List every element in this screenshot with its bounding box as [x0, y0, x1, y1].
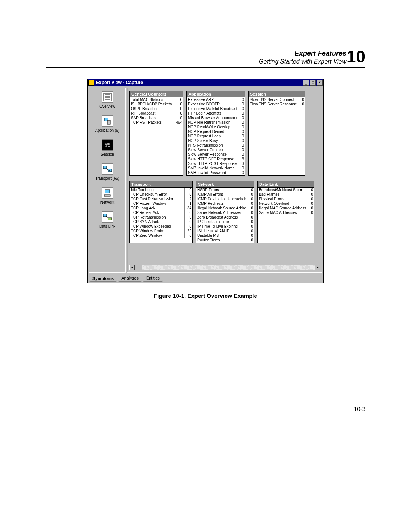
counter-label: Excessive ARP [187, 97, 237, 102]
counter-row[interactable]: TCP Retransmission0 [130, 215, 192, 220]
counter-value: 2 [185, 197, 192, 201]
counter-row[interactable]: TCP Fast Retransmission2 [130, 197, 192, 201]
sidebar-item-transport[interactable]: Transport (66) [92, 163, 123, 181]
counter-row[interactable]: NCP Server Busy0 [187, 139, 245, 143]
counter-value: 0 [237, 139, 245, 143]
counter-row[interactable]: Slow HTTP POST Response3 [187, 161, 245, 166]
sidebar-item-label: Overview [92, 104, 123, 109]
counter-row[interactable]: ICMP Destination Unreachable0 [196, 197, 254, 201]
counter-row[interactable]: Slow HTTP GET Response6 [187, 157, 245, 161]
counter-row[interactable]: Physical Errors0 [258, 197, 314, 201]
counter-row[interactable]: ICMP All Errors0 [196, 192, 254, 197]
counter-row[interactable]: Slow TNS Server Response0 [249, 102, 305, 107]
session-icon: Session [102, 139, 113, 151]
counter-label: HSRP Errors [196, 188, 246, 192]
counter-label: Slow TNS Server Connect [249, 97, 297, 102]
counter-row[interactable]: ISL BPDU/CDP Packets0 [130, 102, 183, 107]
svg-rect-6 [107, 120, 110, 124]
sidebar-item-label: Transport (66) [92, 176, 123, 181]
counter-value: 0 [237, 120, 245, 125]
counter-row[interactable]: SAP Broadcast0 [130, 116, 183, 120]
page-number: 10-3 [46, 406, 365, 412]
close-button[interactable]: × [317, 80, 323, 86]
maximize-button[interactable]: □ [310, 80, 316, 86]
counter-row[interactable]: Missed Browser Announcement0 [187, 116, 245, 120]
counter-label: TCP RST Packets [130, 120, 175, 125]
counter-row[interactable]: Bad Frames0 [258, 192, 314, 197]
counter-row[interactable]: NCP Read/Write Overlap0 [187, 125, 245, 129]
counter-row[interactable]: Zero Broadcast Address0 [196, 215, 254, 220]
counter-row[interactable]: Slow Server Response0 [187, 152, 245, 157]
counter-row[interactable]: Idle Too Long0 [130, 188, 192, 192]
counter-value: 0 [237, 171, 245, 175]
counter-row[interactable]: RIP Broadcast0 [130, 111, 183, 116]
tab-entities[interactable]: Entities [143, 275, 163, 282]
sidebar-item-network[interactable]: Network [92, 187, 123, 204]
counter-row[interactable]: Same MAC Addresses0 [258, 211, 314, 215]
counter-row[interactable]: TCP Long Ack34 [130, 206, 192, 211]
counter-row[interactable]: Excessive BOOTP0 [187, 102, 245, 107]
scroll-track[interactable] [135, 265, 315, 270]
sidebar-item-session[interactable]: Session Session [92, 139, 123, 157]
counter-row[interactable]: Network Overload0 [258, 201, 314, 206]
window-titlebar[interactable]: Expert View - Capture _ □ × [88, 79, 323, 86]
counter-row[interactable]: Excessive ARP0 [187, 97, 245, 102]
sidebar-item-application[interactable]: Application (9) [92, 115, 123, 133]
counter-value: 0 [306, 201, 314, 206]
panel-title: Session [249, 91, 305, 97]
counter-row[interactable]: NCP Request Loop0 [187, 134, 245, 139]
counter-row[interactable]: TCP Frozen Window1 [130, 201, 192, 206]
counter-value: 0 [185, 188, 192, 192]
page-header: Expert Features Getting Started with Exp… [46, 50, 365, 68]
svg-rect-10 [105, 190, 110, 193]
sidebar-item-datalink[interactable]: Data Link [92, 211, 123, 228]
scroll-left-button[interactable]: ◂ [129, 265, 135, 270]
scroll-right-button[interactable]: ▸ [315, 265, 320, 270]
counter-row[interactable]: FTP Login Attempts0 [187, 111, 245, 116]
counter-row[interactable]: NCP File Retransmission0 [187, 120, 245, 125]
counter-label: Slow HTTP GET Response [187, 157, 237, 161]
counter-row[interactable]: Slow TNS Server Connect0 [249, 97, 305, 102]
tab-analyses[interactable]: Analyses [118, 275, 142, 282]
counter-row[interactable]: Broadcast/Multicast Storm0 [258, 188, 314, 192]
counter-value: 29 [185, 229, 192, 233]
counter-row[interactable]: TCP RST Packets464 [130, 120, 183, 125]
counter-row[interactable]: Excessive Mailslot Broadcasts0 [187, 107, 245, 111]
counter-row[interactable]: TCP Repeat Ack0 [130, 211, 192, 215]
counter-row[interactable]: Router Storm0 [196, 238, 254, 243]
minimize-button[interactable]: _ [303, 80, 309, 86]
counter-row[interactable]: Illegal Network Source Address0 [196, 206, 254, 211]
counter-row[interactable]: Illegal MAC Source Address0 [258, 206, 314, 211]
counter-row[interactable]: ISL Illegal VLAN ID0 [196, 229, 254, 233]
counter-row[interactable]: TCP Window Probe29 [130, 229, 192, 233]
counter-row[interactable]: OSPF Broadcast0 [130, 107, 183, 111]
scroll-thumb[interactable] [135, 265, 142, 270]
counter-row[interactable]: IP Checksum Error0 [196, 220, 254, 224]
counter-row[interactable]: TCP Checksum Error0 [130, 192, 192, 197]
panel-session: Session Slow TNS Server Connect0Slow TNS… [248, 91, 305, 176]
sidebar-item-overview[interactable]: Overview [92, 91, 123, 109]
counter-row[interactable]: Slow Server Connect0 [187, 148, 245, 152]
host-icon [102, 187, 113, 199]
counter-row[interactable]: ICMP Redirects0 [196, 201, 254, 206]
counter-value: 0 [237, 125, 245, 129]
counter-row[interactable]: SMB Invalid Network Name0 [187, 166, 245, 171]
counter-row[interactable]: Same Network Addresses0 [196, 211, 254, 215]
counter-row[interactable]: Total MAC Stations6 [130, 97, 183, 102]
counter-row[interactable]: IP Time To Live Expiring0 [196, 224, 254, 229]
counter-label: Broadcast/Multicast Storm [258, 188, 306, 192]
counter-row[interactable]: Unstable MST0 [196, 233, 254, 238]
counter-row[interactable]: SMB Invalid Password0 [187, 171, 245, 175]
counter-row[interactable]: HSRP Errors0 [196, 188, 254, 192]
list-icon [102, 91, 113, 103]
counter-row[interactable]: NCP Request Denied0 [187, 129, 245, 134]
counter-value: 0 [237, 148, 245, 152]
tab-symptoms[interactable]: Symptoms [89, 275, 117, 282]
counter-row[interactable]: TCP Zero Window0 [130, 233, 192, 238]
counter-row[interactable]: NFS Retransmission0 [187, 143, 245, 148]
counter-value: 34 [185, 206, 192, 211]
counter-label: Zero Broadcast Address [196, 215, 246, 220]
horizontal-scrollbar[interactable]: ◂ ▸ [129, 265, 320, 270]
counter-row[interactable]: TCP Window Exceeded0 [130, 224, 192, 229]
counter-row[interactable]: TCP SYN Attack0 [130, 220, 192, 224]
